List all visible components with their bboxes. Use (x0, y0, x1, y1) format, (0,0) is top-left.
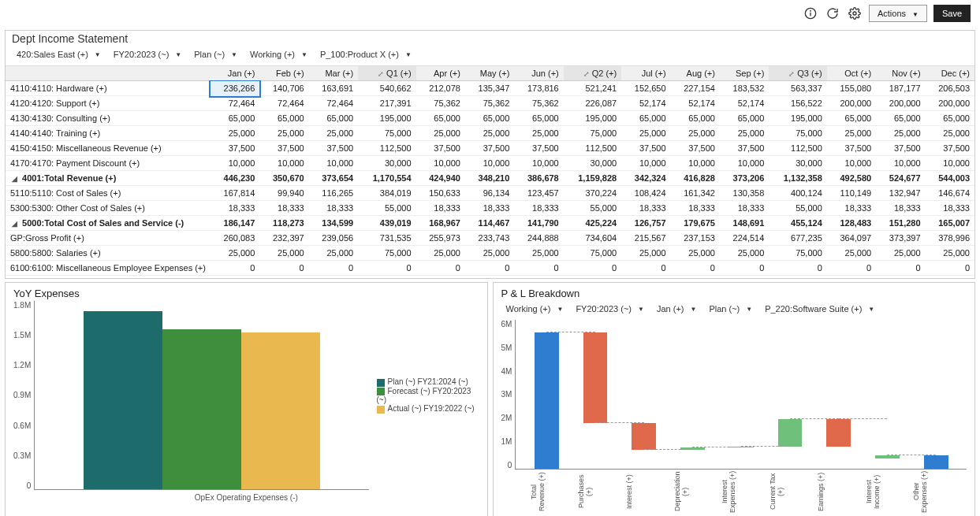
grid-cell[interactable]: 25,000 (211, 246, 259, 261)
grid-cell[interactable]: 373,654 (309, 171, 358, 186)
grid-cell[interactable]: 10,000 (621, 156, 670, 171)
grid-cell[interactable]: 112,500 (769, 141, 826, 156)
grid-cell[interactable]: 146,674 (926, 186, 974, 201)
grid-cell[interactable]: 0 (211, 261, 259, 276)
grid-cell[interactable]: 378,996 (926, 231, 974, 246)
grid-cell[interactable]: 31,250 (358, 276, 415, 279)
grid-cell[interactable]: 37,500 (720, 141, 769, 156)
info-icon[interactable] (803, 6, 818, 21)
grid-cell[interactable]: 52,174 (621, 96, 670, 111)
grid-cell[interactable]: 150,633 (416, 186, 465, 201)
grid-cell[interactable]: 0 (769, 261, 826, 276)
actions-button[interactable]: Actions (869, 5, 927, 22)
grid-cell[interactable]: 37,500 (671, 141, 720, 156)
grid-cell[interactable]: 165,007 (926, 216, 974, 231)
grid-cell[interactable]: 10,000 (876, 156, 925, 171)
grid-cell[interactable]: 350,670 (259, 171, 308, 186)
grid-cell[interactable]: 183,532 (720, 81, 769, 96)
column-header[interactable]: Nov (+) (876, 66, 925, 81)
grid-cell[interactable]: 10,000 (211, 156, 259, 171)
grid-cell[interactable]: 10,000 (465, 156, 514, 171)
grid-cell[interactable]: 75,000 (564, 246, 621, 261)
grid-cell[interactable]: 25,000 (720, 126, 769, 141)
grid-cell[interactable]: 0 (827, 261, 876, 276)
grid-cell[interactable]: 152,650 (621, 81, 670, 96)
grid-cell[interactable]: 65,000 (211, 111, 259, 126)
grid-cell[interactable]: 195,000 (358, 111, 415, 126)
column-header[interactable]: Jun (+) (514, 66, 563, 81)
grid-cell[interactable]: 18,333 (671, 201, 720, 216)
bar[interactable] (84, 311, 162, 489)
grid-cell[interactable]: 232,397 (259, 231, 308, 246)
grid-cell[interactable]: 112,500 (358, 141, 415, 156)
grid-cell[interactable]: 25,000 (259, 246, 308, 261)
grid-cell[interactable]: 25,000 (211, 126, 259, 141)
grid-cell[interactable]: 37,500 (876, 141, 925, 156)
grid-cell[interactable]: 18,333 (876, 201, 925, 216)
grid-cell[interactable]: 25,000 (465, 126, 514, 141)
grid-cell[interactable]: 123,457 (514, 186, 563, 201)
grid-cell[interactable]: 217,391 (358, 96, 415, 111)
grid-cell[interactable]: 364,097 (827, 231, 876, 246)
grid-cell[interactable]: 0 (671, 261, 720, 276)
grid-cell[interactable]: 260,083 (211, 231, 259, 246)
filter-pill[interactable]: FY20:2023 (~)▼ (571, 303, 649, 315)
grid-cell[interactable]: 25,000 (827, 246, 876, 261)
grid-cell[interactable]: 237,153 (671, 231, 720, 246)
grid-cell[interactable]: 72,464 (211, 96, 259, 111)
grid-cell[interactable]: 25,000 (514, 246, 563, 261)
grid-cell[interactable]: 116,265 (309, 186, 358, 201)
row-label[interactable]: 5300:5300: Other Cost of Sales (+) (6, 201, 211, 216)
grid-cell[interactable]: 37,500 (827, 141, 876, 156)
filter-pill[interactable]: FY20:2023 (~)▼ (109, 48, 187, 61)
grid-cell[interactable]: 416,828 (671, 171, 720, 186)
grid-cell[interactable]: 37,500 (926, 141, 974, 156)
grid-cell[interactable]: 544,003 (926, 171, 974, 186)
row-label[interactable]: 5800:5800: Salaries (+) (6, 246, 211, 261)
grid-cell[interactable]: 424,940 (416, 171, 465, 186)
grid-cell[interactable]: 731,535 (358, 231, 415, 246)
grid-cell[interactable]: 30,000 (769, 156, 826, 171)
grid-cell[interactable]: 10,417 (514, 276, 563, 279)
row-label[interactable]: 4170:4170: Payment Discount (+) (6, 156, 211, 171)
grid-cell[interactable]: 55,000 (769, 201, 826, 216)
grid-cell[interactable]: 65,000 (465, 111, 514, 126)
grid-cell[interactable]: 384,019 (358, 186, 415, 201)
grid-cell[interactable]: 25,000 (926, 126, 974, 141)
column-header[interactable]: ⤢ Q3 (+) (769, 66, 826, 81)
grid-cell[interactable]: 236,266 (211, 81, 259, 96)
grid-cell[interactable]: 65,000 (827, 111, 876, 126)
grid-cell[interactable]: 65,000 (416, 111, 465, 126)
grid-cell[interactable]: 10,000 (416, 156, 465, 171)
grid-cell[interactable]: 37,500 (416, 141, 465, 156)
row-label[interactable]: ◢ 4001:Total Revenue (+) (6, 171, 211, 186)
gear-icon[interactable] (847, 6, 863, 21)
grid-cell[interactable]: 25,000 (259, 126, 308, 141)
grid-cell[interactable]: 52,174 (671, 96, 720, 111)
grid-cell[interactable]: 524,677 (876, 171, 925, 186)
grid-cell[interactable]: 141,790 (514, 216, 563, 231)
grid-cell[interactable]: 75,000 (564, 126, 621, 141)
grid-cell[interactable]: 239,056 (309, 231, 358, 246)
grid-cell[interactable]: 155,080 (827, 81, 876, 96)
grid-cell[interactable]: 1,159,828 (564, 171, 621, 186)
grid-cell[interactable]: 132,947 (876, 186, 925, 201)
grid-cell[interactable]: 37,500 (621, 141, 670, 156)
grid-cell[interactable]: 195,000 (769, 111, 826, 126)
column-header[interactable]: Dec (+) (926, 66, 974, 81)
waterfall-col[interactable] (620, 320, 669, 469)
grid-cell[interactable]: 128,483 (827, 216, 876, 231)
grid-cell[interactable]: 255,973 (416, 231, 465, 246)
grid-cell[interactable]: 215,567 (621, 231, 670, 246)
grid-cell[interactable]: 140,706 (259, 81, 308, 96)
grid-cell[interactable]: 25,000 (416, 126, 465, 141)
grid-cell[interactable]: 563,337 (769, 81, 826, 96)
grid-cell[interactable]: 65,000 (259, 111, 308, 126)
grid-cell[interactable]: 134,599 (309, 216, 358, 231)
filter-pill[interactable]: Working (+)▼ (245, 48, 312, 61)
grid-cell[interactable]: 200,000 (827, 96, 876, 111)
grid-cell[interactable]: 10,417 (671, 276, 720, 279)
grid-cell[interactable]: 25,000 (514, 126, 563, 141)
grid-cell[interactable]: 25,000 (465, 246, 514, 261)
grid-cell[interactable]: 25,000 (671, 126, 720, 141)
